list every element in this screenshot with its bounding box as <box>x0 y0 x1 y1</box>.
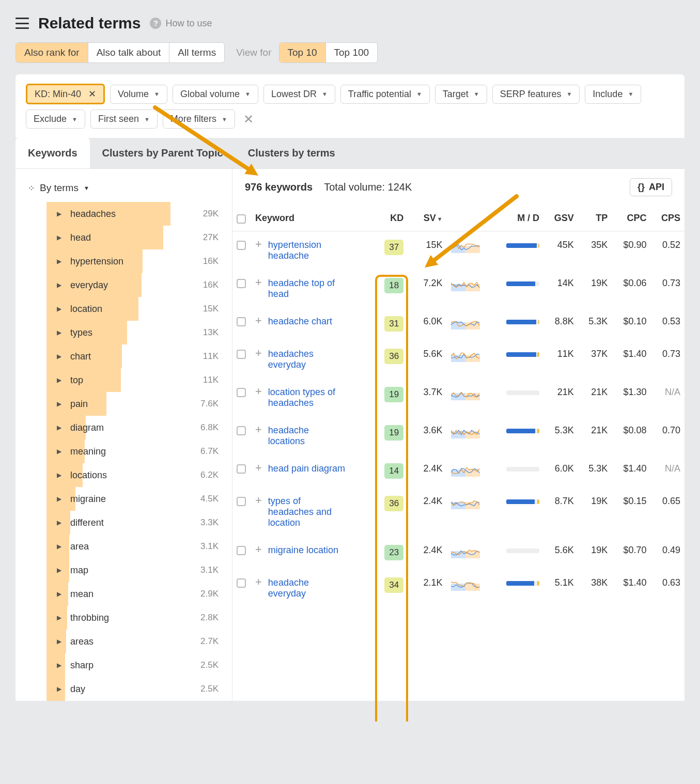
cps-value: 0.63 <box>651 569 685 607</box>
col-kd[interactable]: KD <box>373 206 413 231</box>
expand-row-icon[interactable]: + <box>255 577 262 587</box>
expand-row-icon[interactable]: + <box>255 316 262 325</box>
cps-value: 0.70 <box>651 417 685 455</box>
cpc-value: $0.10 <box>612 308 650 340</box>
filter-volume[interactable]: Volume▼ <box>110 85 167 104</box>
filter-kd[interactable]: KD: Min-40 ✕ <box>26 84 105 104</box>
filter-lowest-dr[interactable]: Lowest DR▼ <box>263 85 335 104</box>
sidebar-term[interactable]: ▶ areas 2.7K <box>15 630 232 653</box>
expand-row-icon[interactable]: + <box>255 278 262 287</box>
sidebar-term[interactable]: ▶ location 15K <box>15 297 232 321</box>
keyword-link[interactable]: headache everyday <box>268 577 346 599</box>
tp-value: 19K <box>578 537 612 569</box>
tab-top-100[interactable]: Top 100 <box>326 43 378 62</box>
cps-value: 0.49 <box>651 537 685 569</box>
sidebar-term[interactable]: ▶ different 3.3K <box>15 511 232 535</box>
row-checkbox[interactable] <box>237 546 246 555</box>
expand-row-icon[interactable]: + <box>255 425 262 434</box>
sidebar-term[interactable]: ▶ hypertension 16K <box>15 249 232 273</box>
keyword-link[interactable]: types of headaches and location <box>268 496 346 528</box>
sidebar-term[interactable]: ▶ headaches 29K <box>15 202 232 226</box>
col-keyword[interactable]: Keyword <box>251 206 373 231</box>
filter-serp-features[interactable]: SERP features▼ <box>492 85 580 104</box>
sidebar-term[interactable]: ▶ top 11K <box>15 368 232 392</box>
by-terms-selector[interactable]: ⁘ By terms ▼ <box>15 177 232 202</box>
row-checkbox[interactable] <box>237 497 246 506</box>
sidebar-term[interactable]: ▶ types 13K <box>15 321 232 344</box>
row-checkbox[interactable] <box>237 388 246 397</box>
subtab-clusters-parent[interactable]: Clusters by Parent Topic <box>90 138 236 168</box>
sidebar-term[interactable]: ▶ map 3.1K <box>15 558 232 582</box>
sidebar-term[interactable]: ▶ everyday 16K <box>15 273 232 297</box>
sidebar-term[interactable]: ▶ area 3.1K <box>15 535 232 558</box>
col-md[interactable]: M / D <box>492 206 543 231</box>
sidebar-term[interactable]: ▶ day 2.5K <box>15 677 232 701</box>
expand-row-icon[interactable]: + <box>255 240 262 249</box>
keyword-link[interactable]: migraine location <box>268 545 338 556</box>
filter-first-seen[interactable]: First seen▼ <box>90 109 158 129</box>
hamburger-icon[interactable] <box>15 18 29 29</box>
keyword-link[interactable]: location types of headaches <box>268 387 346 409</box>
cpc-value: $1.40 <box>612 340 650 379</box>
keyword-link[interactable]: headache locations <box>268 425 346 447</box>
sidebar-term[interactable]: ▶ pain 7.6K <box>15 392 232 416</box>
tab-also-rank-for[interactable]: Also rank for <box>16 43 88 62</box>
clear-filters-icon[interactable]: ✕ <box>240 112 257 127</box>
filter-global-volume[interactable]: Global volume▼ <box>173 85 258 104</box>
filter-include[interactable]: Include▼ <box>585 85 641 104</box>
col-cpc[interactable]: CPC <box>612 206 650 231</box>
expand-row-icon[interactable]: + <box>255 545 262 554</box>
expand-row-icon[interactable]: + <box>255 349 262 358</box>
keyword-link[interactable]: headaches everyday <box>268 349 346 370</box>
tab-also-talk-about[interactable]: Also talk about <box>88 43 170 62</box>
sidebar-term[interactable]: ▶ diagram 6.8K <box>15 416 232 440</box>
trend-sparkline <box>447 455 493 488</box>
col-tp[interactable]: TP <box>578 206 612 231</box>
tab-top-10[interactable]: Top 10 <box>279 43 326 62</box>
select-all-checkbox[interactable] <box>237 214 246 224</box>
filter-exclude[interactable]: Exclude▼ <box>26 109 85 129</box>
sv-value: 15K <box>413 231 446 270</box>
sidebar-term[interactable]: ▶ locations 6.2K <box>15 463 232 487</box>
md-bar <box>492 340 543 379</box>
filter-kd-clear-icon[interactable]: ✕ <box>86 88 98 100</box>
row-checkbox[interactable] <box>237 464 246 474</box>
report-tabs: Also rank for Also talk about All terms <box>15 42 225 63</box>
row-checkbox[interactable] <box>237 241 246 250</box>
keyword-link[interactable]: headache chart <box>268 316 332 327</box>
cps-value: 0.53 <box>651 308 685 340</box>
tab-all-terms[interactable]: All terms <box>169 43 224 62</box>
filter-target[interactable]: Target▼ <box>435 85 487 104</box>
keyword-link[interactable]: headache top of head <box>268 278 346 300</box>
sv-value: 2.1K <box>413 569 446 607</box>
row-checkbox[interactable] <box>237 350 246 359</box>
tp-value: 19K <box>578 270 612 308</box>
gsv-value: 8.7K <box>543 488 578 537</box>
filter-traffic-potential[interactable]: Traffic potential▼ <box>340 85 430 104</box>
keyword-link[interactable]: hypertension headache <box>268 240 346 261</box>
subtab-clusters-terms[interactable]: Clusters by terms <box>236 138 348 168</box>
expand-row-icon[interactable]: + <box>255 496 262 505</box>
subtab-keywords[interactable]: Keywords <box>15 138 90 168</box>
how-to-use[interactable]: ? How to use <box>150 18 212 29</box>
gsv-value: 14K <box>543 270 578 308</box>
keyword-link[interactable]: head pain diagram <box>268 463 345 474</box>
sidebar-term[interactable]: ▶ sharp 2.5K <box>15 653 232 677</box>
row-checkbox[interactable] <box>237 426 246 435</box>
expand-row-icon[interactable]: + <box>255 463 262 473</box>
api-button[interactable]: {} API <box>630 178 672 196</box>
row-checkbox[interactable] <box>237 317 246 326</box>
sidebar-term[interactable]: ▶ throbbing 2.8K <box>15 606 232 630</box>
row-checkbox[interactable] <box>237 578 246 588</box>
col-sv[interactable]: SV▼ <box>413 206 446 231</box>
row-checkbox[interactable] <box>237 279 246 288</box>
col-gsv[interactable]: GSV <box>543 206 578 231</box>
sidebar-term[interactable]: ▶ head 27K <box>15 226 232 249</box>
sidebar-term[interactable]: ▶ meaning 6.7K <box>15 440 232 463</box>
col-cps[interactable]: CPS <box>651 206 685 231</box>
sidebar-term[interactable]: ▶ chart 11K <box>15 344 232 368</box>
expand-row-icon[interactable]: + <box>255 387 262 396</box>
sidebar-term[interactable]: ▶ migraine 4.5K <box>15 487 232 511</box>
sidebar-term[interactable]: ▶ mean 2.9K <box>15 582 232 606</box>
filter-more[interactable]: More filters▼ <box>163 109 235 129</box>
